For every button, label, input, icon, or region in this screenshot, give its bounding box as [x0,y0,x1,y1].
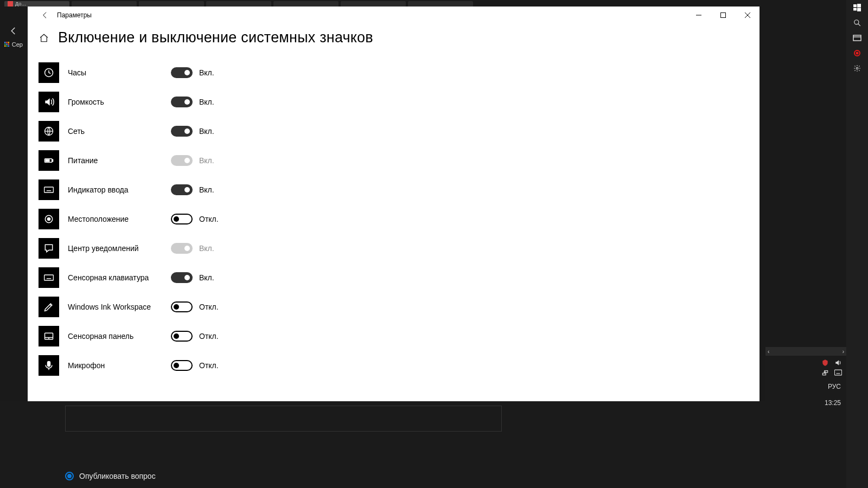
setting-label: Громкость [59,98,171,106]
record-icon[interactable] [846,46,868,61]
setting-row-location: МестоположениеОткл. [39,204,749,234]
setting-row-microphone: МикрофонОткл. [39,351,749,380]
volume-tray-icon[interactable] [834,359,842,367]
tray-clock[interactable]: 13:25 [765,390,846,407]
toggle-state-text: Вкл. [199,156,214,165]
volume-icon [39,92,59,112]
svg-rect-10 [720,13,725,18]
toggle-volume[interactable] [171,97,193,107]
toggle-wrap: Вкл. [171,97,214,107]
setting-row-touch-kbd: Сенсорная клавиатураВкл. [39,263,749,292]
toggle-network[interactable] [171,126,193,137]
tab-favicon [8,1,13,7]
svg-rect-7 [6,46,7,47]
home-icon[interactable] [39,33,49,43]
svg-rect-41 [857,8,861,12]
setting-label: Индикатор ввода [59,185,171,194]
browser-tab-strip: До… [0,0,765,7]
microphone-icon [39,355,59,376]
setting-row-volume: ГромкостьВкл. [39,87,749,117]
svg-rect-44 [853,35,861,41]
window-close-button[interactable] [735,7,760,24]
background-textbox[interactable] [65,406,502,432]
browser-tab[interactable] [206,1,271,7]
toggle-clock[interactable] [171,67,193,78]
window-maximize-button[interactable] [711,7,735,24]
browser-tab[interactable] [139,1,204,7]
setting-row-network: СетьВкл. [39,117,749,146]
horizontal-scrollbar[interactable]: ‹ › [765,347,846,356]
svg-rect-49 [822,373,826,375]
svg-rect-4 [6,43,7,44]
setting-row-action-center: Центр уведомленийВкл. [39,234,749,263]
toggle-wrap: Вкл. [171,272,214,283]
browser-tab[interactable] [408,1,473,7]
windows-logo-icon[interactable] [846,0,868,15]
keyboard-tray-icon[interactable] [834,369,842,376]
svg-point-47 [856,52,859,55]
toggle-state-text: Вкл. [199,127,214,136]
toggle-state-text: Вкл. [199,68,214,77]
settings-header: Включение и выключение системных значков [28,24,760,58]
toggle-microphone[interactable] [171,360,193,371]
action-center-icon [39,238,59,259]
svg-rect-18 [44,187,54,192]
network-tray-icon[interactable] [821,369,829,376]
setting-label: Местоположение [59,215,171,223]
touchpad-icon [39,326,59,346]
setting-label: Сеть [59,127,171,136]
svg-rect-2 [8,42,9,43]
input-icon [39,179,59,200]
publish-question-label: Опубликовать вопрос [79,472,156,480]
browser-tab[interactable]: До… [4,1,69,7]
setting-label: Windows Ink Workspace [59,303,171,311]
setting-label: Питание [59,156,171,165]
toggle-state-text: Откл. [199,332,219,341]
scroll-left-icon[interactable]: ‹ [768,349,769,355]
toggle-location[interactable] [171,214,193,224]
input-language-indicator[interactable]: РУС [765,377,846,390]
security-tray-icon[interactable] [821,359,829,367]
settings-back-button[interactable] [36,7,54,24]
browser-back-button[interactable] [4,23,23,39]
browser-tab[interactable] [72,1,137,7]
toggle-input[interactable] [171,184,193,195]
toggle-state-text: Вкл. [199,273,214,282]
toggle-state-text: Вкл. [199,98,214,106]
window-minimize-button[interactable] [686,7,711,24]
tray-icons-row [821,356,846,368]
scroll-right-icon[interactable]: › [843,349,844,355]
radio-icon [65,472,74,480]
browser-apps-label: Сер [12,41,23,48]
clock-icon [39,62,59,83]
search-icon[interactable] [846,15,868,30]
toggle-wrap: Вкл. [171,67,214,78]
browser-apps-bar[interactable]: Сер [4,39,23,50]
toggle-wrap: Откл. [171,360,219,371]
svg-point-42 [854,20,859,24]
toggle-action-center [171,243,193,254]
tab-title: До… [15,1,26,7]
browser-tab[interactable] [273,1,339,7]
toggle-touch-kbd[interactable] [171,272,193,283]
settings-window: Параметры Включение и выключение системн… [28,7,760,401]
browser-tab[interactable] [341,1,406,7]
svg-rect-5 [8,43,9,44]
toggle-ink[interactable] [171,301,193,312]
svg-point-25 [48,218,50,221]
task-view-icon[interactable] [846,30,868,46]
svg-rect-3 [4,43,5,44]
setting-label: Микрофон [59,361,171,370]
toggle-wrap: Вкл. [171,243,214,254]
network-icon [39,121,59,142]
setting-row-clock: ЧасыВкл. [39,58,749,87]
svg-rect-40 [853,8,857,11]
settings-window-title: Параметры [57,11,92,19]
ink-icon [39,297,59,317]
svg-rect-39 [857,4,861,8]
setting-row-input: Индикатор вводаВкл. [39,175,749,204]
toggle-state-text: Откл. [199,303,219,311]
gear-icon[interactable] [846,61,868,76]
toggle-touchpad[interactable] [171,331,193,342]
publish-question-radio[interactable]: Опубликовать вопрос [65,472,156,480]
